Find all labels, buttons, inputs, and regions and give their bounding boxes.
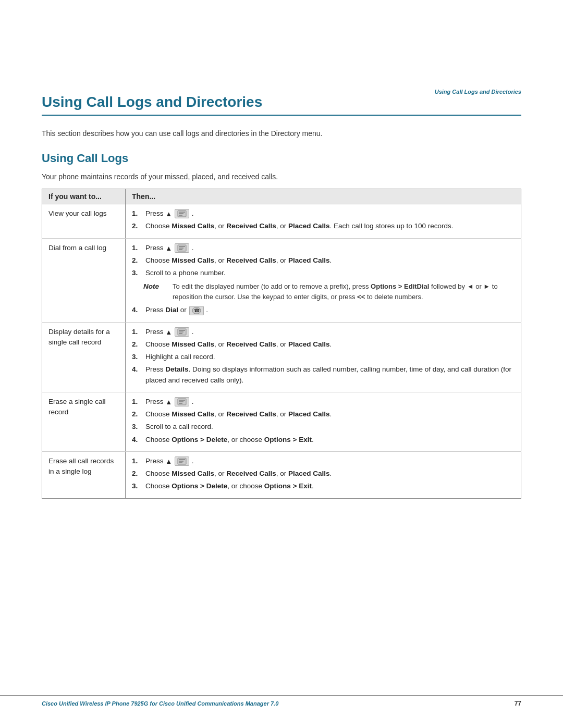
step-content: Press ▲ . [145,208,515,219]
table-row: View your call logs 1. Press ▲ [42,204,521,239]
table-row: Dial from a call log 1. Press ▲ [42,238,521,322]
step-content: Choose Missed Calls, or Received Calls, … [145,221,515,231]
row5-steps: 1. Press ▲ [126,451,521,498]
step-content: Press ▲ . [145,243,515,253]
sub-intro: Your phone maintains records of your mis… [42,171,521,182]
step-content: Press ▲ . [145,397,515,407]
dir-button-icon [175,327,189,337]
step-number: 3. [132,268,143,278]
step-number: 1. [132,397,143,407]
page-container: Using Call Logs and Directories Using Ca… [0,0,563,728]
step-number: 1. [132,243,143,253]
table-header-row: If you want to... Then... [42,189,521,204]
row3-steps-list: 1. Press ▲ [132,327,515,386]
step-number: 2. [132,255,143,266]
col2-header: Then... [126,189,521,204]
row2-steps-list: 1. Press ▲ [132,243,515,279]
list-item: 1. Press ▲ [132,243,515,253]
step-number: 4. [132,305,143,315]
nav-triangle-icon: ▲ [165,210,172,218]
nav-triangle-icon: ▲ [165,398,172,405]
col1-header: If you want to... [42,189,126,204]
step-number: 2. [132,468,143,479]
list-item: 4. Press Details. Doing so displays info… [132,364,515,386]
list-item: 1. Press ▲ [132,456,515,466]
step-number: 2. [132,409,143,419]
dial-icon-svg: ☎ [192,307,201,314]
chapter-header: Using Call Logs and Directories [435,89,521,95]
step-number: 1. [132,208,143,219]
step-number: 3. [132,481,143,491]
step-content: Scroll to a call record. [145,422,515,432]
page-footer: Cisco Unified Wireless IP Phone 7925G fo… [0,695,563,707]
footer-page-number: 77 [515,700,521,707]
call-logs-table: If you want to... Then... View your call… [42,189,521,499]
step-content: Choose Missed Calls, or Received Calls, … [145,409,515,419]
table-row: Erase a single call record 1. Press ▲ [42,392,521,451]
nav-triangle-icon: ▲ [165,328,172,336]
section-divider [42,115,521,116]
nav-triangle-icon: ▲ [165,244,172,252]
row5-steps-list: 1. Press ▲ [132,456,515,492]
dial-button-icon: ☎ [189,306,204,315]
step-content: Choose Missed Calls, or Received Calls, … [145,339,515,350]
dir-icon-svg [177,458,187,465]
dir-button-icon [175,397,189,406]
list-item: 4. Choose Options > Delete, or choose Op… [132,435,515,445]
row2-steps: 1. Press ▲ [126,238,521,322]
row4-action: Erase a single call record [42,392,126,451]
list-item: 2. Choose Missed Calls, or Received Call… [132,221,515,231]
main-content: Using Call Logs and Directories This sec… [0,0,563,556]
section-header-area: Using Call Logs and Directories [42,94,521,116]
footer-left-text: Cisco Unified Wireless IP Phone 7925G fo… [42,700,278,707]
step-content: Choose Missed Calls, or Received Calls, … [145,468,515,479]
table-row: Display details for a single call record… [42,322,521,392]
row4-steps: 1. Press ▲ [126,392,521,451]
subsection-title: Using Call Logs [42,152,521,165]
list-item: 3. Scroll to a phone number. [132,268,515,278]
step-number: 4. [132,435,143,445]
list-item: 3. Highlight a call record. [132,352,515,362]
row3-steps: 1. Press ▲ [126,322,521,392]
dir-button-icon [175,243,189,253]
step-number: 3. [132,422,143,432]
note-block: Note To edit the displayed number (to ad… [143,281,515,302]
list-item: 1. Press ▲ [132,208,515,219]
list-item: 3. Choose Options > Delete, or choose Op… [132,481,515,491]
step-content: Scroll to a phone number. [145,268,515,278]
step-content: Press Details. Doing so displays informa… [145,364,515,386]
note-content: To edit the displayed number (to add or … [173,281,515,302]
step-content: Choose Options > Delete, or choose Optio… [145,435,515,445]
list-item: 1. Press ▲ [132,327,515,337]
step-content: Choose Missed Calls, or Received Calls, … [145,255,515,266]
note-label: Note [143,281,169,292]
dir-button-icon [175,209,189,218]
row1-action: View your call logs [42,204,126,239]
row1-steps: 1. Press ▲ [126,204,521,239]
list-item: 2. Choose Missed Calls, or Received Call… [132,468,515,479]
list-item: 1. Press ▲ [132,397,515,407]
row2-steps-list-cont: 4. Press Dial or ☎ . [132,305,515,315]
step-number: 3. [132,352,143,362]
step-number: 2. [132,221,143,231]
svg-text:☎: ☎ [193,308,199,313]
dir-icon-svg [177,210,187,217]
list-item: 4. Press Dial or ☎ . [132,305,515,315]
list-item: 2. Choose Missed Calls, or Received Call… [132,339,515,350]
step-content: Highlight a call record. [145,352,515,362]
table-row: Erase all call records in a single log 1… [42,451,521,498]
intro-paragraph: This section describes how you can use c… [42,128,521,139]
row2-action: Dial from a call log [42,238,126,322]
step-number: 4. [132,364,143,375]
step-number: 1. [132,456,143,466]
step-content: Choose Options > Delete, or choose Optio… [145,481,515,491]
row3-action: Display details for a single call record [42,322,126,392]
dir-icon-svg [177,244,187,252]
row1-steps-list: 1. Press ▲ [132,208,515,232]
dir-icon-svg [177,398,187,405]
list-item: 2. Choose Missed Calls, or Received Call… [132,409,515,419]
row4-steps-list: 1. Press ▲ [132,397,515,445]
step-content: Press ▲ . [145,327,515,337]
dir-icon-svg [177,328,187,336]
step-number: 1. [132,327,143,337]
